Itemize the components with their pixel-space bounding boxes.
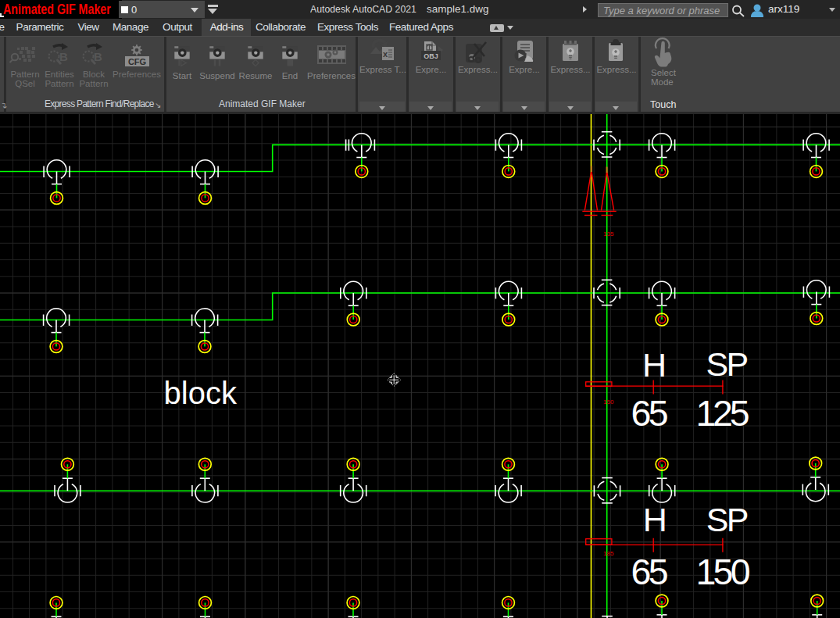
svg-text:H: H xyxy=(643,501,667,538)
svg-text:SP: SP xyxy=(706,501,749,538)
svg-text:B: B xyxy=(59,50,68,63)
svg-text:65: 65 xyxy=(631,393,669,434)
svg-text:CFG: CFG xyxy=(128,57,146,66)
svg-text:H: H xyxy=(642,346,667,384)
svg-text:150: 150 xyxy=(603,398,614,405)
svg-text:185: 185 xyxy=(603,550,614,557)
svg-text:OBJ: OBJ xyxy=(424,52,438,60)
svg-text:block: block xyxy=(164,376,238,410)
svg-text:B: B xyxy=(94,50,102,63)
svg-text:SP: SP xyxy=(706,345,749,383)
svg-text:135: 135 xyxy=(603,230,614,238)
svg-text:65: 65 xyxy=(631,552,669,592)
svg-text:125: 125 xyxy=(696,393,750,434)
svg-text:150: 150 xyxy=(696,552,751,592)
svg-text:x: x xyxy=(383,49,388,59)
